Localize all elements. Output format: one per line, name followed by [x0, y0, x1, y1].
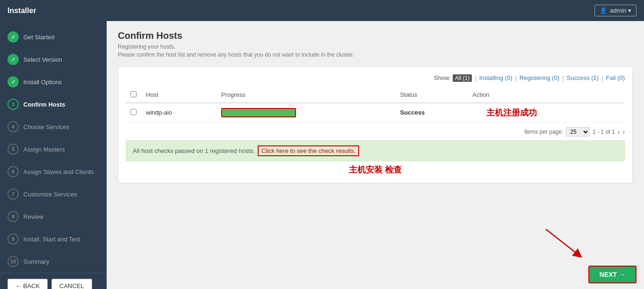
select-all-checkbox[interactable]	[130, 91, 137, 97]
sidebar-label-select-version: Select Version	[23, 56, 62, 63]
check-results-link[interactable]: Click here to see the check results.	[258, 145, 360, 156]
sidebar-label-summary: Summary	[23, 258, 50, 265]
svg-line-1	[546, 229, 579, 255]
sidebar-item-summary[interactable]: 10 Summary	[0, 250, 107, 273]
table-row: windp-aio Success 主机注册成功	[126, 103, 625, 123]
col-status: Status	[395, 87, 468, 103]
col-progress: Progress	[217, 87, 396, 103]
sidebar-item-install-start-test[interactable]: 9 Install, Start and Test	[0, 228, 107, 250]
content-area: Confirm Hosts Registering your hosts. Pl…	[107, 21, 644, 289]
step-icon-assign-masters: 5	[7, 144, 19, 155]
sidebar-label-assign-masters: Assign Masters	[23, 146, 65, 153]
host-name: windp-aio	[141, 103, 217, 123]
step-icon-choose-services: 4	[7, 121, 19, 132]
items-per-page-label: Items per page:	[524, 129, 563, 135]
filter-fail[interactable]: Fail (0)	[606, 74, 625, 81]
page-range: 1 - 1 of 1	[593, 129, 615, 135]
step-icon-install-start-test: 9	[7, 233, 19, 245]
filter-success[interactable]: Success (1)	[567, 74, 599, 81]
user-label: admin ▾	[610, 7, 631, 14]
sidebar-label-customize-services: Customize Services	[23, 191, 77, 198]
step-icon-assign-slaves: 6	[7, 166, 19, 177]
sidebar-label-install-start-test: Install, Start and Test	[23, 236, 80, 243]
page-subtitle-1: Registering your hosts. Please confirm t…	[118, 43, 633, 59]
sidebar-item-confirm-hosts[interactable]: 3 Confirm Hosts	[0, 93, 107, 116]
sidebar-label-install-options: Install Options	[23, 79, 62, 86]
step-icon-confirm-hosts: 3	[7, 99, 19, 110]
sidebar-label-choose-services: Choose Services	[23, 123, 69, 130]
sidebar-label-get-started: Get Started	[23, 34, 54, 41]
filter-all[interactable]: All (1)	[453, 74, 472, 82]
host-progress	[217, 103, 396, 123]
host-action: 主机注册成功	[468, 103, 625, 123]
sidebar-item-install-options[interactable]: ✓ Install Options	[0, 71, 107, 93]
page-title: Confirm Hosts	[118, 30, 633, 41]
cancel-button[interactable]: CANCEL	[51, 279, 92, 289]
main-layout: ✓ Get Started ✓ Select Version ✓ Install…	[0, 21, 644, 289]
back-button[interactable]: ← BACK	[7, 279, 48, 289]
hosts-table: Host Progress Status Action windp-aio	[126, 87, 625, 123]
step-icon-get-started: ✓	[7, 31, 19, 43]
app-title: Installer	[7, 7, 36, 15]
row-checkbox[interactable]	[130, 109, 137, 115]
sidebar: ✓ Get Started ✓ Select Version ✓ Install…	[0, 21, 107, 289]
filter-registering[interactable]: Registering (0)	[520, 74, 559, 81]
prev-page-button[interactable]: ‹	[618, 128, 620, 136]
step-icon-customize-services: 7	[7, 188, 19, 200]
col-action: Action	[468, 87, 625, 103]
annotation-host-check: 主机安装 检查	[126, 164, 625, 175]
next-btn-container: NEXT →	[588, 266, 637, 283]
filter-installing[interactable]: Installing (0)	[479, 74, 513, 81]
sidebar-item-review[interactable]: 8 Review	[0, 205, 107, 228]
check-banner-text: All host checks passed on 1 registered h…	[133, 147, 255, 154]
sidebar-item-get-started[interactable]: ✓ Get Started	[0, 26, 107, 48]
sidebar-item-customize-services[interactable]: 7 Customize Services	[0, 183, 107, 205]
progress-bar-container	[221, 108, 296, 117]
host-status: Success	[395, 103, 468, 123]
arrow-svg	[536, 224, 593, 262]
col-host: Host	[141, 87, 217, 103]
sidebar-label-confirm-hosts: Confirm Hosts	[23, 101, 65, 108]
sidebar-label-review: Review	[23, 213, 43, 220]
sidebar-item-choose-services[interactable]: 4 Choose Services	[0, 116, 107, 138]
sidebar-label-assign-slaves: Assign Slaves and Clients	[23, 168, 94, 175]
next-button[interactable]: NEXT →	[588, 266, 637, 283]
step-icon-select-version: ✓	[7, 54, 19, 65]
sidebar-buttons: ← BACK CANCEL	[0, 273, 107, 289]
annotation-host-success: 主机注册成功	[486, 108, 537, 117]
topbar: Installer 👤 admin ▾	[0, 0, 644, 21]
per-page-select[interactable]: 25 50 100	[566, 127, 590, 137]
filter-bar: Show: All (1) | Installing (0) | Registe…	[126, 74, 625, 82]
arrow-annotation	[536, 224, 593, 263]
sidebar-item-assign-masters[interactable]: 5 Assign Masters	[0, 138, 107, 160]
step-icon-review: 8	[7, 211, 19, 222]
step-icon-install-options: ✓	[7, 76, 19, 87]
show-label: Show:	[434, 74, 451, 81]
user-icon: 👤	[600, 7, 607, 14]
progress-bar-fill	[222, 109, 295, 116]
step-icon-summary: 10	[7, 256, 19, 267]
check-banner: All host checks passed on 1 registered h…	[126, 140, 625, 161]
sidebar-item-select-version[interactable]: ✓ Select Version	[0, 48, 107, 71]
sidebar-item-assign-slaves[interactable]: 6 Assign Slaves and Clients	[0, 160, 107, 183]
next-page-button[interactable]: ›	[622, 128, 625, 136]
pagination: Items per page: 25 50 100 1 - 1 of 1 ‹ ›	[126, 127, 625, 137]
hosts-card: Show: All (1) | Installing (0) | Registe…	[118, 66, 633, 183]
user-menu[interactable]: 👤 admin ▾	[594, 5, 637, 16]
